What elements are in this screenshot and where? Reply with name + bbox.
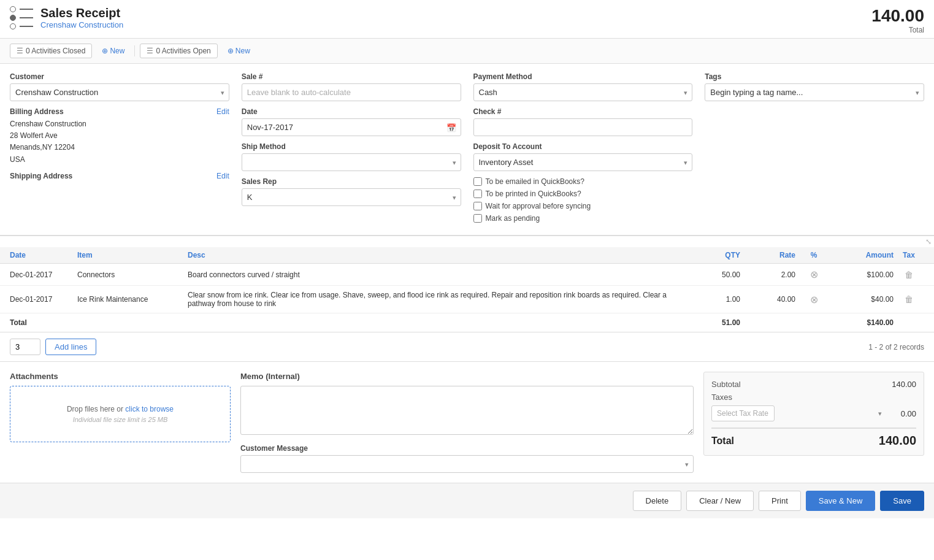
tax-select-row: Select Tax Rate 0.00 — [711, 405, 916, 421]
row2-rate: 40.00 — [740, 295, 795, 304]
header-left: Sales Receipt Crenshaw Construction — [10, 6, 123, 29]
save-button[interactable]: Save — [880, 491, 924, 511]
lines-count-input[interactable] — [10, 339, 40, 355]
customer-column: Customer Crenshaw Construction Billing A… — [10, 72, 229, 226]
activities-closed-new-button[interactable]: ⊕ New — [97, 44, 129, 58]
sales-rep-wrapper: K — [242, 188, 461, 206]
footer: Delete Clear / New Print Save & New Save — [0, 483, 934, 518]
activities-closed-new-label: New — [110, 47, 124, 55]
tags-column: Tags Begin typing a tag name... — [705, 72, 924, 226]
checkbox-print[interactable] — [473, 190, 482, 198]
add-lines-section: Add lines 1 - 2 of 2 records — [0, 332, 934, 362]
activities-open-button[interactable]: ☰ 0 Activities Open — [140, 44, 217, 58]
attachments-title: Attachments — [10, 372, 231, 381]
checkbox-print-item: To be printed in QuickBooks? — [473, 190, 693, 198]
plus-icon-1: ⊕ — [102, 47, 108, 55]
row2-qty: 1.00 — [685, 295, 740, 304]
check-input[interactable] — [473, 118, 693, 136]
company-link[interactable]: Crenshaw Construction — [40, 20, 123, 29]
row2-desc: Clear snow from ice rink. Clear ice from… — [188, 291, 685, 308]
save-new-button[interactable]: Save & New — [806, 491, 876, 511]
customer-select[interactable]: Crenshaw Construction — [10, 83, 229, 101]
totals-column: Subtotal 140.00 Taxes Select Tax Rate 0.… — [703, 372, 924, 473]
checkbox-email-label: To be emailed in QuickBooks? — [486, 177, 584, 186]
icon-circle-2 — [10, 15, 16, 21]
header-right: 140.00 Total — [871, 6, 924, 34]
memo-label: Memo (Internal) — [240, 372, 694, 381]
activities-closed-label: 0 Activities Closed — [26, 47, 85, 55]
total-label: Total — [10, 318, 77, 327]
activities-open-icon: ☰ — [147, 47, 153, 55]
customer-label: Customer — [10, 72, 229, 81]
col-amount: Amount — [832, 251, 894, 259]
subtotal-value: 140.00 — [892, 380, 916, 389]
sales-rep-select[interactable]: K — [242, 188, 461, 206]
totals-final-row: Total 140.00 — [711, 428, 916, 448]
subtotal-label: Subtotal — [711, 380, 741, 389]
attachments-column: Attachments Drop files here or click to … — [10, 372, 231, 473]
tax-rate-select[interactable]: Select Tax Rate — [711, 405, 775, 421]
checkbox-pending-item: Mark as pending — [473, 214, 693, 223]
ship-method-select[interactable] — [242, 153, 461, 171]
total-amount: $140.00 — [832, 318, 894, 327]
row2-item: Ice Rink Maintenance — [77, 295, 188, 304]
activities-closed-button[interactable]: ☰ 0 Activities Closed — [10, 44, 92, 58]
shipping-address-label: Shipping Address — [10, 172, 72, 180]
memo-textarea[interactable] — [240, 386, 694, 435]
browse-link[interactable]: click to browse — [125, 405, 174, 413]
checkbox-approval-item: Wait for approval before syncing — [473, 202, 693, 210]
dropzone[interactable]: Drop files here or click to browse Indiv… — [10, 386, 231, 442]
col-percent: % — [795, 251, 832, 259]
memo-column: Memo (Internal) Customer Message — [240, 372, 694, 473]
percent-icon-1: ⊗ — [795, 269, 832, 280]
tags-select[interactable]: Begin typing a tag name... — [705, 83, 924, 101]
billing-header: Billing Address Edit — [10, 107, 229, 116]
checkbox-approval[interactable] — [473, 202, 482, 210]
col-date: Date — [10, 251, 77, 259]
checkbox-email[interactable] — [473, 177, 482, 186]
checkbox-pending[interactable] — [473, 214, 482, 223]
customer-message-select[interactable] — [240, 455, 694, 473]
delete-button[interactable]: Delete — [633, 491, 682, 511]
deposit-account-select[interactable]: Inventory Asset — [473, 153, 693, 171]
billing-line3: Menands,NY 12204 — [10, 142, 229, 153]
resize-handle[interactable]: ⤡ — [0, 236, 934, 247]
ship-method-label: Ship Method — [242, 142, 461, 151]
customer-message-label: Customer Message — [240, 444, 694, 453]
activities-bar: ☰ 0 Activities Closed ⊕ New ☰ 0 Activiti… — [0, 39, 934, 64]
activities-open-new-button[interactable]: ⊕ New — [223, 44, 255, 58]
total-qty: 51.00 — [685, 318, 740, 327]
taxes-label: Taxes — [711, 393, 732, 402]
taxes-label-row: Taxes — [711, 393, 916, 402]
billing-edit-link[interactable]: Edit — [216, 107, 229, 116]
page-header: Sales Receipt Crenshaw Construction 140.… — [0, 0, 934, 39]
print-button[interactable]: Print — [759, 491, 801, 511]
date-label: Date — [242, 107, 461, 116]
icon-line-3 — [20, 26, 33, 27]
date-wrapper: 📅 — [242, 118, 461, 136]
page-title: Sales Receipt — [40, 6, 123, 20]
table-header: Date Item Desc QTY Rate % Amount Tax — [0, 247, 934, 264]
bottom-section: Attachments Drop files here or click to … — [0, 362, 934, 483]
tax-select-wrapper: Select Tax Rate — [711, 405, 887, 421]
col-rate: Rate — [740, 251, 795, 259]
row1-delete[interactable]: 🗑 — [894, 270, 924, 280]
billing-line4: USA — [10, 154, 229, 166]
row2-delete[interactable]: 🗑 — [894, 294, 924, 304]
shipping-edit-link[interactable]: Edit — [216, 172, 229, 180]
payment-method-label: Payment Method — [473, 72, 693, 81]
clear-new-button[interactable]: Clear / New — [686, 491, 754, 511]
line-items-table: ⤡ Date Item Desc QTY Rate % Amount Tax D… — [0, 236, 934, 332]
date-input[interactable] — [242, 118, 461, 136]
add-lines-button[interactable]: Add lines — [45, 339, 96, 355]
sale-input[interactable] — [242, 83, 461, 101]
row1-percent: ⊗ — [795, 269, 832, 280]
row1-qty: 50.00 — [685, 270, 740, 279]
table-total-row: Total 51.00 $140.00 — [0, 313, 934, 332]
checkbox-approval-label: Wait for approval before syncing — [486, 202, 591, 210]
checkbox-email-item: To be emailed in QuickBooks? — [473, 177, 693, 186]
sale-date-column: Sale # Date 📅 Ship Method Sales Rep K — [242, 72, 461, 226]
table-row: Dec-01-2017 Connectors Board connectors … — [0, 264, 934, 286]
col-desc: Desc — [188, 251, 685, 259]
payment-method-select[interactable]: Cash — [473, 83, 693, 101]
